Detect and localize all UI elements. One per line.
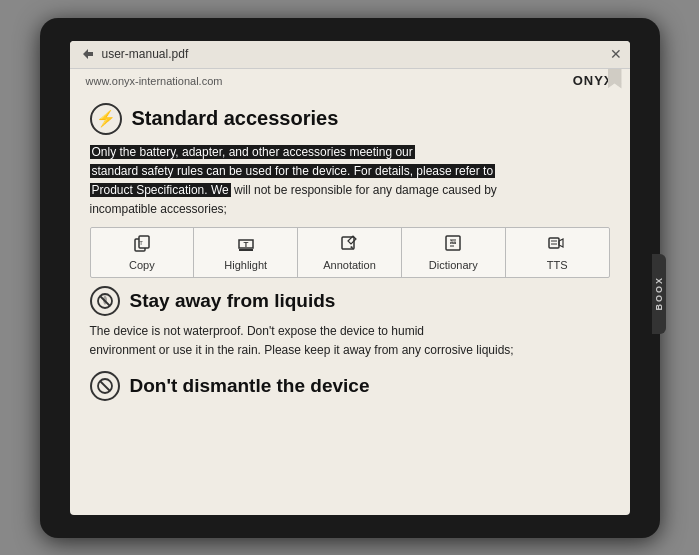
section1-header: ⚡ Standard accessories — [90, 103, 610, 135]
toolbar-dictionary[interactable]: Aa Dictionary — [402, 228, 506, 277]
section3-header: Don't dismantle the device — [90, 371, 610, 401]
svg-rect-12 — [549, 238, 559, 248]
section2-title: Stay away from liquids — [130, 290, 336, 312]
toolbar-annotation[interactable]: Annotation — [298, 228, 402, 277]
dictionary-label: Dictionary — [429, 259, 478, 271]
side-button-label: BOOX — [654, 276, 664, 311]
normal-text-3: will not be responsible for any damage c… — [231, 183, 497, 197]
highlighted-text-3: Product Specification. We — [90, 183, 231, 197]
toolbar-copy[interactable]: T Copy — [91, 228, 195, 277]
back-button[interactable] — [78, 45, 96, 63]
title-bar: user-manual.pdf ✕ — [70, 41, 630, 69]
toolbar-tts[interactable]: TTS — [506, 228, 609, 277]
copy-icon: T — [133, 234, 151, 256]
url-text: www.onyx-international.com — [86, 75, 223, 87]
normal-text-4: incompatible accessories; — [90, 202, 227, 216]
svg-line-18 — [100, 381, 110, 391]
bookmark-icon — [608, 69, 622, 91]
url-bar: www.onyx-international.com ONYX — [70, 69, 630, 93]
filename-label: user-manual.pdf — [102, 47, 610, 61]
toolbar-highlight[interactable]: T Highlight — [194, 228, 298, 277]
section3-title: Don't dismantle the device — [130, 375, 370, 397]
section2-line2: environment or use it in the rain. Pleas… — [90, 341, 610, 360]
svg-text:T: T — [139, 240, 143, 246]
annotation-icon — [340, 234, 358, 256]
copy-label: Copy — [129, 259, 155, 271]
highlighted-text-2: standard safety rules can be used for th… — [90, 164, 496, 178]
dictionary-icon: Aa — [444, 234, 462, 256]
side-button[interactable]: BOOX — [652, 254, 666, 334]
content-area: ⚡ Standard accessories Only the battery,… — [70, 93, 630, 515]
section1-icon: ⚡ — [90, 103, 122, 135]
section2-icon — [90, 286, 120, 316]
tts-icon — [548, 234, 566, 256]
highlight-label: Highlight — [224, 259, 267, 271]
section2-line1: The device is not waterproof. Don't expo… — [90, 322, 610, 341]
device-frame: BOOX user-manual.pdf ✕ www.onyx-internat… — [40, 18, 660, 538]
section2-text: The device is not waterproof. Don't expo… — [90, 322, 610, 360]
screen: user-manual.pdf ✕ www.onyx-international… — [70, 41, 630, 515]
svg-text:T: T — [243, 240, 248, 249]
svg-text:Aa: Aa — [450, 239, 456, 245]
highlight-icon: T — [237, 234, 255, 256]
section3-icon — [90, 371, 120, 401]
annotation-label: Annotation — [323, 259, 376, 271]
tts-label: TTS — [547, 259, 568, 271]
section2-header: Stay away from liquids — [90, 286, 610, 316]
context-toolbar: T Copy T Highlight — [90, 227, 610, 278]
section1-text: Only the battery, adapter, and other acc… — [90, 143, 610, 220]
highlighted-text-1: Only the battery, adapter, and other acc… — [90, 145, 415, 159]
section1-title: Standard accessories — [132, 107, 339, 130]
close-button[interactable]: ✕ — [610, 46, 622, 62]
